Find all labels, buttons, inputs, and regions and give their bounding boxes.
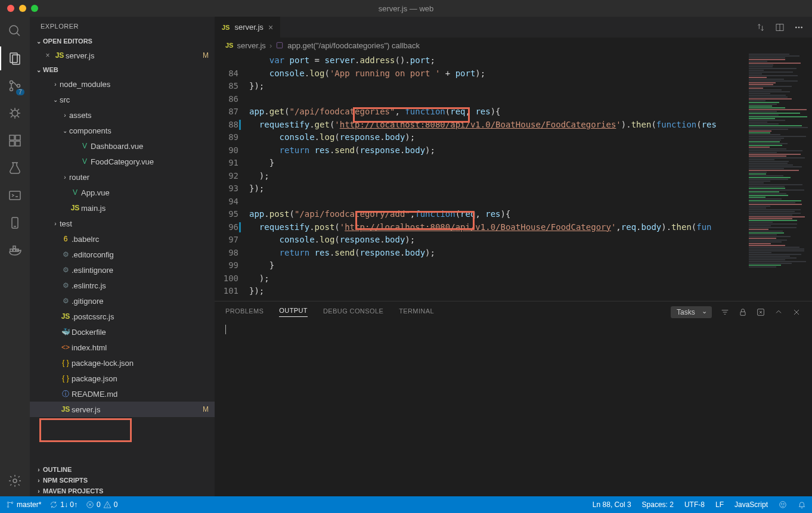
maximize-panel-icon[interactable]	[774, 307, 783, 317]
status-errors[interactable]: 0 0	[86, 500, 117, 509]
file-item[interactable]: ⓘREADME.md	[30, 386, 215, 402]
close-window-button[interactable]	[7, 5, 14, 12]
status-language[interactable]: JavaScript	[734, 500, 768, 509]
code-content[interactable]: var port = server.address().port; consol…	[249, 53, 812, 301]
breadcrumb-separator: ›	[269, 41, 272, 50]
output-channel-select[interactable]: Tasks	[671, 306, 712, 318]
breadcrumb-symbol[interactable]: app.get("/api/foodcategories") callback	[287, 41, 420, 50]
filter-icon[interactable]	[720, 307, 730, 317]
file-item[interactable]: { }package.json	[30, 371, 215, 386]
status-encoding[interactable]: UTF-8	[684, 500, 705, 509]
chevron-icon	[51, 97, 60, 103]
activity-docker-icon[interactable]	[7, 242, 23, 259]
open-editor-item[interactable]: × JS server.js M	[30, 48, 215, 63]
status-branch[interactable]: master*	[6, 500, 41, 509]
html-file-icon: <>	[60, 343, 72, 352]
activity-explorer-icon[interactable]	[7, 50, 23, 67]
chevron-icon	[61, 112, 69, 119]
status-bell-icon[interactable]	[798, 500, 806, 509]
chevron-right-icon	[35, 467, 43, 473]
svg-point-24	[801, 27, 802, 28]
panel-tabs: PROBLEMS OUTPUT DEBUG CONSOLE TERMINAL T…	[215, 301, 812, 322]
file-item[interactable]: ⚙.eslintignore	[30, 262, 215, 278]
close-tab-icon[interactable]: ×	[268, 23, 273, 32]
status-feedback-icon[interactable]	[779, 500, 787, 509]
compare-changes-icon[interactable]	[756, 23, 765, 32]
modified-badge: M	[203, 405, 209, 413]
file-item[interactable]: <>index.html	[30, 340, 215, 355]
svg-point-19	[13, 479, 17, 483]
js-file-icon: JS	[60, 405, 72, 413]
breadcrumbs[interactable]: JS server.js › app.get("/api/foodcategor…	[215, 38, 812, 53]
folder-item[interactable]: router	[30, 169, 215, 185]
section-maven[interactable]: MAVEN PROJECTS	[30, 486, 215, 496]
chevron-icon	[61, 128, 69, 134]
lock-scroll-icon[interactable]	[738, 307, 748, 317]
item-label: server.js	[72, 405, 203, 414]
file-item[interactable]: JSmain.js	[30, 200, 215, 216]
folder-item[interactable]: test	[30, 216, 215, 231]
panel-tab-problems[interactable]: PROBLEMS	[225, 307, 264, 317]
section-npm-scripts[interactable]: NPM SCRIPTS	[30, 475, 215, 486]
file-item[interactable]: JSserver.jsM	[30, 402, 215, 417]
activity-testing-icon[interactable]	[7, 160, 23, 176]
editor-tab[interactable]: JS server.js ×	[215, 17, 281, 38]
activity-scm-icon[interactable]: 7	[7, 77, 23, 94]
panel-tab-output[interactable]: OUTPUT	[279, 307, 308, 317]
output-panel-body[interactable]	[215, 322, 812, 496]
folder-item[interactable]: components	[30, 123, 215, 138]
file-item[interactable]: VFoodCategory.vue	[30, 154, 215, 169]
activity-settings-icon[interactable]	[7, 472, 23, 489]
item-label: package-lock.json	[72, 359, 209, 368]
method-icon	[275, 41, 284, 49]
activity-search-icon[interactable]	[7, 23, 23, 39]
breadcrumb-file[interactable]: server.js	[237, 41, 265, 50]
file-item[interactable]: ⚙.gitignore	[30, 293, 215, 309]
item-label: node_modules	[60, 80, 209, 89]
split-editor-icon[interactable]	[775, 23, 785, 32]
item-label: router	[69, 173, 209, 182]
svg-rect-15	[10, 249, 13, 251]
svg-rect-10	[10, 141, 14, 146]
folder-item[interactable]: src	[30, 92, 215, 107]
status-eol[interactable]: LF	[715, 500, 724, 509]
file-item[interactable]: 6.babelrc	[30, 231, 215, 247]
item-label: Dashboard.vue	[91, 142, 209, 151]
folder-item[interactable]: node_modules	[30, 76, 215, 92]
more-actions-icon[interactable]	[794, 23, 804, 32]
status-line-col[interactable]: Ln 88, Col 3	[593, 500, 631, 509]
status-sync[interactable]: 1↓ 0↑	[49, 500, 78, 509]
code-editor[interactable]: 8485868788899091929394959697989910010110…	[215, 53, 812, 301]
sync-icon	[49, 500, 58, 509]
section-outline[interactable]: OUTLINE	[30, 464, 215, 475]
file-item[interactable]: JS.postcssrc.js	[30, 309, 215, 324]
clear-output-icon[interactable]	[756, 307, 765, 317]
file-item[interactable]: 🐳Dockerfile	[30, 324, 215, 340]
status-indent[interactable]: Spaces: 2	[642, 500, 674, 509]
file-item[interactable]: ⚙.editorconfig	[30, 247, 215, 262]
folder-item[interactable]: assets	[30, 107, 215, 123]
maximize-window-button[interactable]	[31, 5, 38, 12]
file-item[interactable]: VDashboard.vue	[30, 138, 215, 154]
panel-tab-debug[interactable]: DEBUG CONSOLE	[323, 307, 383, 317]
section-open-editors[interactable]: OPEN EDITORS	[30, 36, 215, 46]
close-icon[interactable]: ×	[42, 51, 54, 60]
minimap[interactable]	[746, 53, 812, 301]
item-label: .postcssrc.js	[72, 312, 209, 321]
file-item[interactable]: VApp.vue	[30, 185, 215, 200]
panel-tab-terminal[interactable]: TERMINAL	[399, 307, 434, 317]
activity-extensions-icon[interactable]	[7, 132, 23, 149]
activity-device-icon[interactable]	[7, 214, 23, 231]
section-folder[interactable]: WEB	[30, 64, 215, 75]
svg-line-1	[17, 33, 20, 36]
activity-debug-icon[interactable]	[7, 105, 23, 122]
svg-point-6	[17, 85, 20, 88]
item-label: .babelrc	[72, 235, 209, 244]
file-item[interactable]: { }package-lock.json	[30, 355, 215, 371]
close-panel-icon[interactable]	[792, 307, 801, 317]
minimize-window-button[interactable]	[19, 5, 26, 12]
file-item[interactable]: ⚙.eslintrc.js	[30, 278, 215, 293]
svg-rect-16	[13, 249, 16, 251]
babel-file-icon: 6	[60, 235, 72, 243]
activity-output-icon[interactable]	[7, 187, 23, 204]
